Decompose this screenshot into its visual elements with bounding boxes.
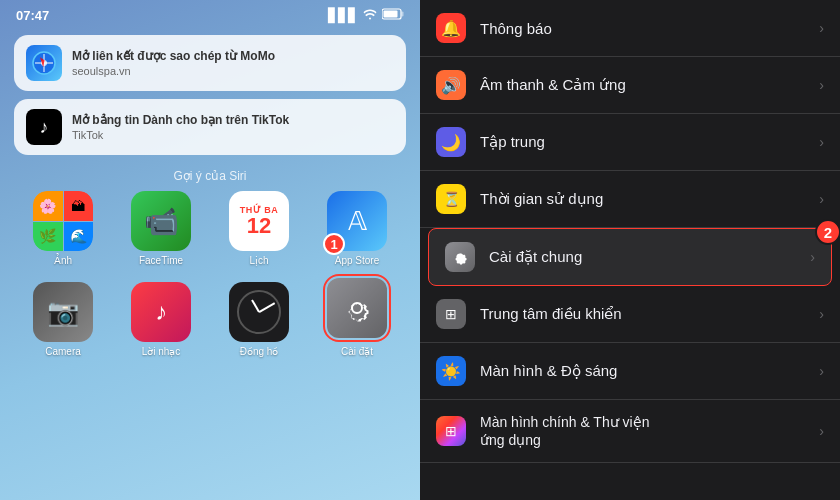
app-facetime[interactable]: 📹 FaceTime xyxy=(125,191,197,266)
settings-item-man-hinh-chinh[interactable]: ⊞ Màn hình chính & Thư việnứng dụng › xyxy=(420,400,840,463)
chevron-icon-4: › xyxy=(810,249,815,265)
cai-dat-icon xyxy=(445,242,475,272)
chevron-icon-3: › xyxy=(819,191,824,207)
step-2-badge: 2 xyxy=(815,219,840,245)
clock-icon xyxy=(229,282,289,342)
tiktok-notif-subtitle: TikTok xyxy=(72,129,394,141)
gear-svg xyxy=(340,291,374,325)
camera-label: Camera xyxy=(45,346,81,357)
cai-dat-chung-label: Cài đặt chung xyxy=(489,248,796,266)
signal-icon: ▋▋▋ xyxy=(328,8,358,23)
thoi-gian-icon: ⏳ xyxy=(436,184,466,214)
tiktok-icon: ♪ xyxy=(26,109,62,145)
app-camera[interactable]: 📷 Camera xyxy=(27,282,99,357)
chevron-icon-0: › xyxy=(819,20,824,36)
status-icons: ▋▋▋ xyxy=(328,8,404,23)
tap-trung-icon: 🌙 xyxy=(436,127,466,157)
music-note-symbol: ♪ xyxy=(155,298,167,326)
safari-notif-title: Mở liên kết được sao chép từ MoMo xyxy=(72,49,394,65)
chevron-icon-2: › xyxy=(819,134,824,150)
settings-item-trung-tam[interactable]: ⊞ Trung tâm điều khiển › xyxy=(420,286,840,343)
clock-face xyxy=(237,290,281,334)
camera-icon: 📷 xyxy=(33,282,93,342)
thong-bao-icon: 🔔 xyxy=(436,13,466,43)
music-label: Lời nhạc xyxy=(142,346,181,357)
facetime-label: FaceTime xyxy=(139,255,183,266)
settings-panel: 🔔 Thông báo › 🔊 Âm thanh & Cảm ứng › 🌙 T… xyxy=(420,0,840,500)
photos-label: Ảnh xyxy=(54,255,72,266)
status-bar: 07:47 ▋▋▋ xyxy=(0,0,420,27)
thong-bao-label: Thông báo xyxy=(480,20,805,37)
chevron-icon-6: › xyxy=(819,363,824,379)
chevron-icon-5: › xyxy=(819,306,824,322)
settings-item-thoi-gian[interactable]: ⏳ Thời gian sử dụng › xyxy=(420,171,840,228)
settings-menu-list: 🔔 Thông báo › 🔊 Âm thanh & Cảm ứng › 🌙 T… xyxy=(420,0,840,463)
settings-item-tap-trung[interactable]: 🌙 Tập trung › xyxy=(420,114,840,171)
siri-suggestion-label: Gợi ý của Siri xyxy=(0,169,420,183)
app-photos[interactable]: 🌸 🏔 🌿 🌊 Ảnh xyxy=(27,191,99,266)
app-grid: 🌸 🏔 🌿 🌊 Ảnh 📹 FaceTime THỨ BA xyxy=(0,187,420,361)
calendar-icon: THỨ BA 12 xyxy=(229,191,289,251)
man-hinh-chinh-label: Màn hình chính & Thư việnứng dụng xyxy=(480,413,805,449)
app-settings[interactable]: Cài đặt xyxy=(321,274,393,357)
trung-tam-label: Trung tâm điều khiển xyxy=(480,305,805,323)
safari-icon xyxy=(26,45,62,81)
appstore-label: App Store xyxy=(335,255,379,266)
svg-rect-2 xyxy=(384,11,398,18)
safari-notif-subtitle: seoulspa.vn xyxy=(72,65,394,77)
app-appstore[interactable]: 𝔸 1 App Store xyxy=(321,191,393,266)
app-row-2: 📷 Camera ♪ Lời nhạc Đồng hồ xyxy=(14,270,406,361)
settings-item-man-hinh[interactable]: ☀️ Màn hình & Độ sáng › xyxy=(420,343,840,400)
chevron-icon-7: › xyxy=(819,423,824,439)
man-hinh-icon: ☀️ xyxy=(436,356,466,386)
tap-trung-label: Tập trung xyxy=(480,133,805,151)
chevron-icon-1: › xyxy=(819,77,824,93)
notifications-area: Mở liên kết được sao chép từ MoMo seouls… xyxy=(0,27,420,163)
tiktok-notification[interactable]: ♪ Mở bảng tin Dành cho bạn trên TikTok T… xyxy=(14,99,406,155)
app-row-1: 🌸 🏔 🌿 🌊 Ảnh 📹 FaceTime THỨ BA xyxy=(14,187,406,270)
safari-notification[interactable]: Mở liên kết được sao chép từ MoMo seouls… xyxy=(14,35,406,91)
safari-notif-text: Mở liên kết được sao chép từ MoMo seouls… xyxy=(72,49,394,77)
appstore-a-symbol: 𝔸 xyxy=(348,206,367,237)
man-hinh-chinh-icon: ⊞ xyxy=(436,416,466,446)
man-hinh-label: Màn hình & Độ sáng xyxy=(480,362,805,380)
settings-item-cai-dat-chung[interactable]: Cài đặt chung › 2 xyxy=(428,228,832,286)
tiktok-notif-text: Mở bảng tin Dành cho bạn trên TikTok Tik… xyxy=(72,113,394,141)
photos-icon: 🌸 🏔 🌿 🌊 xyxy=(33,191,93,251)
calendar-label: Lịch xyxy=(249,255,268,266)
app-clock[interactable]: Đồng hồ xyxy=(223,282,295,357)
music-icon: ♪ xyxy=(131,282,191,342)
settings-icon xyxy=(327,278,387,338)
clock-label: Đồng hồ xyxy=(240,346,279,357)
step-1-badge: 1 xyxy=(323,233,345,255)
facetime-icon: 📹 xyxy=(131,191,191,251)
calendar-day: 12 xyxy=(247,215,271,237)
settings-highlight-box xyxy=(323,274,391,342)
am-thanh-label: Âm thanh & Cảm ứng xyxy=(480,76,805,94)
settings-item-am-thanh[interactable]: 🔊 Âm thanh & Cảm ứng › xyxy=(420,57,840,114)
battery-icon xyxy=(382,8,404,23)
svg-rect-1 xyxy=(402,12,404,17)
wifi-icon xyxy=(363,8,377,23)
am-thanh-icon: 🔊 xyxy=(436,70,466,100)
app-calendar[interactable]: THỨ BA 12 Lịch xyxy=(223,191,295,266)
settings-item-thong-bao[interactable]: 🔔 Thông báo › xyxy=(420,0,840,57)
time-display: 07:47 xyxy=(16,8,49,23)
iphone-screen: 07:47 ▋▋▋ xyxy=(0,0,420,500)
trung-tam-icon: ⊞ xyxy=(436,299,466,329)
thoi-gian-label: Thời gian sử dụng xyxy=(480,190,805,208)
tiktok-notif-title: Mở bảng tin Dành cho bạn trên TikTok xyxy=(72,113,394,129)
settings-label: Cài đặt xyxy=(341,346,373,357)
app-music[interactable]: ♪ Lời nhạc xyxy=(125,282,197,357)
appstore-wrapper: 𝔸 1 xyxy=(327,191,387,251)
